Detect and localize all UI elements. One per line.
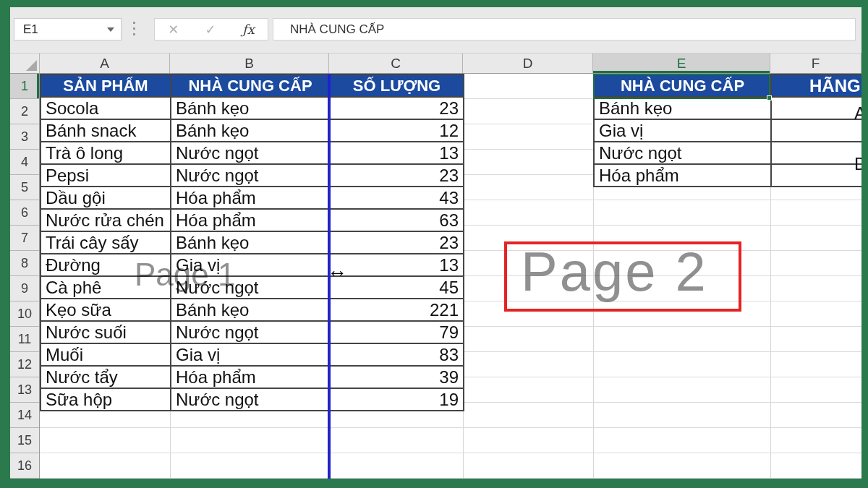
cell-C2[interactable]: 23 — [330, 97, 464, 119]
cell-B12[interactable]: Nước ngọt — [171, 321, 330, 343]
cell-B4[interactable]: Nước ngọt — [171, 142, 330, 164]
cell-E1[interactable]: NHÀ CUNG CẤP — [594, 74, 771, 97]
column-header-strip: ABCDEF — [10, 53, 861, 74]
column-header-B[interactable]: B — [170, 53, 329, 73]
row-header-6[interactable]: 6 — [10, 200, 39, 226]
cell-C7[interactable]: 63 — [330, 209, 464, 231]
name-box[interactable]: E1 — [14, 18, 122, 40]
enter-icon[interactable]: ✓ — [205, 22, 216, 38]
cell-C15[interactable]: 19 — [330, 388, 464, 411]
row-header-10[interactable]: 10 — [10, 301, 39, 327]
row-header-7[interactable]: 7 — [10, 226, 39, 251]
page1-watermark: Page 1 — [135, 257, 235, 293]
cell-A4[interactable]: Trà ô long — [41, 142, 171, 164]
resize-cursor-icon: ↔ — [327, 260, 347, 281]
cell-A13[interactable]: Muối — [41, 343, 171, 366]
row-header-16[interactable]: 16 — [10, 453, 39, 479]
insert-function-icon[interactable]: ƒx — [242, 22, 255, 37]
formula-bar-input[interactable]: NHÀ CUNG CẤP — [273, 18, 856, 40]
cell-B14[interactable]: Hóa phẩm — [171, 366, 330, 388]
formula-buttons: ✕ ✓ ƒx — [154, 18, 268, 40]
excel-content-area: E1 ✕ ✓ ƒx NHÀ CUNG CẤP ABCDEF 1234567891… — [10, 7, 861, 479]
select-all-button[interactable] — [10, 53, 40, 73]
gridline — [40, 478, 861, 479]
cell-C10[interactable]: 45 — [330, 276, 464, 299]
cell-A6[interactable]: Dầu gội — [41, 187, 171, 209]
cell-F4[interactable] — [771, 142, 861, 164]
cell-C9[interactable]: 13 — [330, 254, 464, 276]
cell-B15[interactable]: Nước ngọt — [171, 388, 330, 411]
cell-A15[interactable]: Sữa hộp — [41, 388, 171, 411]
row-header-12[interactable]: 12 — [10, 352, 39, 377]
cancel-icon[interactable]: ✕ — [168, 22, 179, 38]
cell-C3[interactable]: 12 — [330, 119, 464, 142]
cell-A5[interactable]: Pepsi — [41, 164, 171, 187]
cell-C12[interactable]: 79 — [330, 321, 464, 343]
cell-A11[interactable]: Kẹo sữa — [41, 299, 171, 321]
cell-B11[interactable]: Bánh kẹo — [171, 299, 330, 321]
products-table: SẢN PHẨMNHÀ CUNG CẤPSỐ LƯỢNGSocolaBánh k… — [40, 74, 464, 411]
cell-B2[interactable]: Bánh kẹo — [171, 97, 330, 119]
cell-A12[interactable]: Nước suối — [41, 321, 171, 343]
cell-A2[interactable]: Socola — [41, 97, 171, 119]
cell-B7[interactable]: Hóa phẩm — [171, 209, 330, 231]
cell-C8[interactable]: 23 — [330, 231, 464, 254]
cell-C5[interactable]: 23 — [330, 164, 464, 187]
cell-E4[interactable]: Nước ngọt — [594, 142, 771, 164]
cell-A1[interactable]: SẢN PHẨM — [41, 74, 171, 97]
cell-A3[interactable]: Bánh snack — [41, 119, 171, 142]
gridline — [40, 427, 861, 428]
row-header-15[interactable]: 15 — [10, 428, 39, 453]
name-box-value: E1 — [23, 22, 38, 36]
column-header-A[interactable]: A — [40, 53, 170, 73]
cell-C14[interactable]: 39 — [330, 366, 464, 388]
cell-A8[interactable]: Trái cây sấy — [41, 231, 171, 254]
column-header-D[interactable]: D — [463, 53, 593, 73]
cell-F2[interactable] — [771, 97, 861, 119]
cell-A14[interactable]: Nước tẩy — [41, 366, 171, 388]
row-header-5[interactable]: 5 — [10, 175, 39, 200]
column-header-F[interactable]: F — [770, 53, 861, 73]
row-header-4[interactable]: 4 — [10, 150, 39, 175]
row-header-13[interactable]: 13 — [10, 377, 39, 403]
row-header-2[interactable]: 2 — [10, 99, 39, 124]
cell-F5[interactable] — [771, 164, 861, 187]
cell-C11[interactable]: 221 — [330, 299, 464, 321]
suppliers-table: NHÀ CUNG CẤPHÃNGBánh kẹoGia vịNước ngọtH… — [593, 74, 861, 187]
name-box-dropdown-icon[interactable] — [107, 27, 114, 32]
cell-F4-text-fragment: D — [854, 154, 861, 174]
cell-A7[interactable]: Nước rửa chén — [41, 209, 171, 231]
row-header-strip: 12345678910111213141516 — [10, 74, 40, 479]
gridline — [40, 453, 861, 453]
cell-B3[interactable]: Bánh kẹo — [171, 119, 330, 142]
formula-bar-separator — [133, 22, 135, 38]
column-header-C[interactable]: C — [329, 53, 463, 73]
select-all-triangle-icon — [26, 60, 37, 71]
cell-C13[interactable]: 83 — [330, 343, 464, 366]
column-header-E[interactable]: E — [593, 53, 770, 73]
row-header-11[interactable]: 11 — [10, 327, 39, 352]
cell-C4[interactable]: 13 — [330, 142, 464, 164]
cell-F1[interactable]: HÃNG — [771, 74, 861, 97]
cell-E5[interactable]: Hóa phẩm — [594, 164, 771, 187]
cell-F3[interactable] — [771, 119, 861, 142]
cell-B6[interactable]: Hóa phẩm — [171, 187, 330, 209]
excel-window: E1 ✕ ✓ ƒx NHÀ CUNG CẤP ABCDEF 1234567891… — [0, 0, 868, 488]
cell-E2[interactable]: Bánh kẹo — [594, 97, 771, 119]
cell-B5[interactable]: Nước ngọt — [171, 164, 330, 187]
row-header-14[interactable]: 14 — [10, 403, 39, 428]
cell-F2-text-fragment: A — [854, 103, 861, 124]
row-header-3[interactable]: 3 — [10, 124, 39, 150]
cell-E3[interactable]: Gia vị — [594, 119, 771, 142]
cell-B13[interactable]: Gia vị — [171, 343, 330, 366]
row-header-1[interactable]: 1 — [10, 74, 39, 99]
cell-C1[interactable]: SỐ LƯỢNG — [330, 74, 464, 97]
cell-B1[interactable]: NHÀ CUNG CẤP — [171, 74, 330, 97]
cell-B8[interactable]: Bánh kẹo — [171, 231, 330, 254]
cell-C6[interactable]: 43 — [330, 187, 464, 209]
row-header-9[interactable]: 9 — [10, 276, 39, 301]
annotation-red-rectangle — [504, 241, 741, 312]
row-header-8[interactable]: 8 — [10, 251, 39, 276]
